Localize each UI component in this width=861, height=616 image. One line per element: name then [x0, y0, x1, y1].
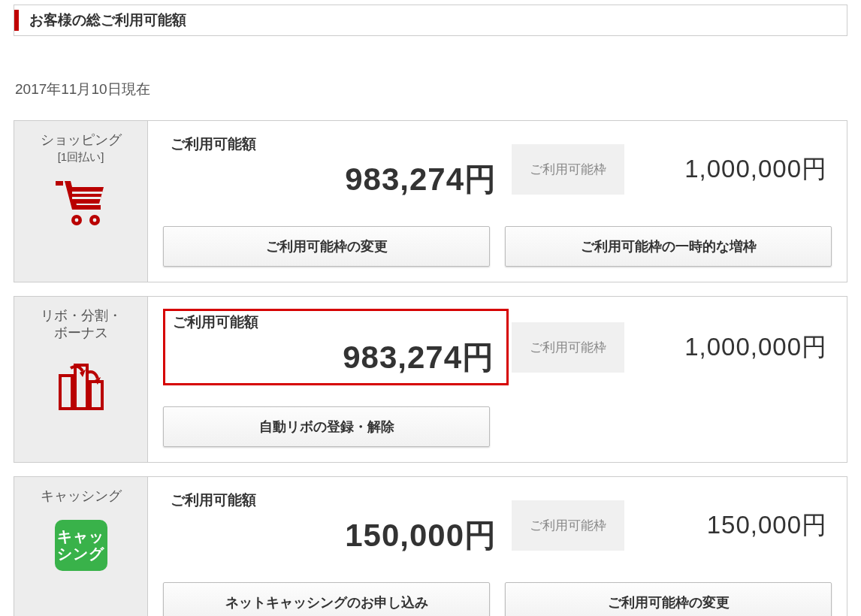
cashing-title: キャッシング: [41, 488, 122, 505]
section-cashing: キャッシング キャッ シング ご利用可能額 150,000円 ご利用可能枠 15…: [14, 476, 847, 616]
cashing-badge-line1: キャッ: [57, 528, 104, 545]
cashing-change-limit-button[interactable]: ご利用可能枠の変更: [505, 582, 832, 616]
shopping-subtitle: [1回払い]: [58, 150, 104, 165]
cashing-buttons: ネットキャッシングのお申し込み ご利用可能枠の変更: [163, 582, 832, 616]
net-cashing-apply-button[interactable]: ネットキャッシングのお申し込み: [163, 582, 490, 616]
shopping-available-block: ご利用可能額 983,274円: [163, 133, 509, 205]
cashing-main: ご利用可能額 150,000円 ご利用可能枠 150,000円 ネットキャッシン…: [148, 477, 847, 616]
available-label: ご利用可能額: [173, 313, 499, 332]
temp-increase-button[interactable]: ご利用可能枠の一時的な増枠: [505, 226, 832, 267]
svg-marker-2: [71, 187, 104, 204]
available-label: ご利用可能額: [171, 491, 501, 510]
limit-label: ご利用可能枠: [512, 144, 624, 195]
revolving-amount-row: ご利用可能額 983,274円 ご利用可能枠 1,000,000円: [163, 309, 832, 385]
cashing-badge: キャッ シング: [55, 520, 107, 571]
revolving-limit-amount: 1,000,000円: [627, 331, 832, 364]
available-label: ご利用可能額: [171, 134, 501, 154]
section-shopping: ショッピング [1回払い] ご利用可能額: [14, 120, 847, 282]
svg-rect-11: [90, 382, 102, 409]
shopping-cart-icon: [54, 180, 108, 229]
header-accent: [14, 10, 19, 31]
revolving-buttons: 自動リボの登録・解除: [163, 406, 832, 447]
cashing-amount-row: ご利用可能額 150,000円 ご利用可能枠 150,000円: [163, 489, 832, 561]
revolving-available-block: ご利用可能額 983,274円: [163, 309, 509, 385]
limit-label: ご利用可能枠: [512, 322, 624, 373]
svg-rect-0: [56, 181, 63, 186]
section-revolving: リボ・分割・ ボーナス ご利用可能額 983,274円: [14, 296, 847, 463]
cashing-sidebar: キャッシング キャッ シング: [14, 477, 148, 616]
change-limit-button[interactable]: ご利用可能枠の変更: [163, 226, 490, 267]
cashing-icon: キャッ シング: [55, 520, 107, 571]
cashing-badge-line2: シング: [57, 545, 104, 563]
limit-label: ご利用可能枠: [512, 500, 624, 551]
page-title: お客様の総ご利用可能額: [29, 11, 186, 30]
shopping-available-amount: 983,274円: [171, 159, 501, 201]
shopping-title: ショッピング: [41, 131, 122, 149]
cashing-available-block: ご利用可能額 150,000円: [163, 489, 509, 561]
cashing-limit-amount: 150,000円: [627, 509, 832, 542]
svg-rect-10: [75, 365, 87, 409]
as-of-date: 2017年11月10日現在: [15, 80, 847, 99]
revolving-available-amount: 983,274円: [173, 337, 499, 379]
svg-rect-3: [72, 192, 102, 194]
shopping-sidebar: ショッピング [1回払い]: [14, 121, 148, 282]
revolving-main: ご利用可能額 983,274円 ご利用可能枠 1,000,000円 自動リボの登…: [148, 297, 847, 462]
auto-revo-button[interactable]: 自動リボの登録・解除: [163, 406, 490, 447]
shopping-limit-amount: 1,000,000円: [627, 152, 832, 186]
svg-rect-4: [72, 197, 101, 199]
shopping-main: ご利用可能額 983,274円 ご利用可能枠 1,000,000円 ご利用可能枠…: [148, 121, 847, 282]
revolving-title: リボ・分割・ ボーナス: [41, 307, 122, 343]
shopping-amount-row: ご利用可能額 983,274円 ご利用可能枠 1,000,000円: [163, 133, 832, 205]
shopping-buttons: ご利用可能枠の変更 ご利用可能枠の一時的な増枠: [163, 226, 832, 267]
revolving-sidebar: リボ・分割・ ボーナス: [14, 297, 148, 462]
svg-point-8: [92, 219, 96, 222]
revolving-icon: [57, 362, 105, 415]
cashing-available-amount: 150,000円: [171, 515, 501, 557]
svg-rect-9: [60, 376, 72, 409]
svg-point-7: [74, 219, 78, 222]
page-header: お客様の総ご利用可能額: [14, 5, 847, 36]
